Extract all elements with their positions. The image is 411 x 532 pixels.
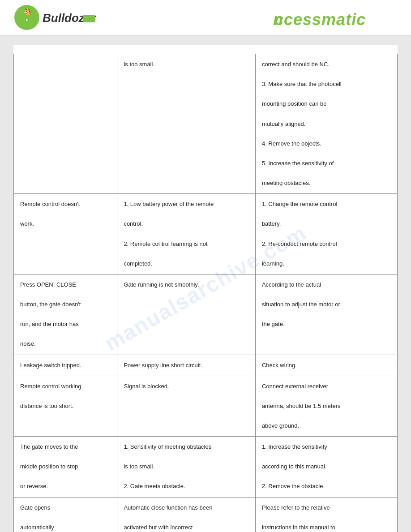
problem-cell — [14, 54, 117, 194]
cause-cell: Signal is blocked. — [117, 376, 256, 436]
page-content: manualsarchive.com is too small. correct… — [13, 45, 398, 532]
solution-cell: 1. Increase the sensitivity according to… — [255, 437, 397, 497]
solution-cell: correct and should be NC. 3. Make sure t… — [255, 54, 397, 194]
header-left-logo: 🐴 ● Bulldozer — [13, 4, 96, 31]
solution-cell: According to the actual situation to adj… — [255, 274, 397, 355]
troubleshooting-table: is too small. correct and should be NC. … — [13, 54, 398, 532]
problem-cell: Remote control doesn't work. — [14, 194, 117, 275]
cause-cell: Automatic close function has been activa… — [117, 497, 256, 532]
accessmatic-logo: ccessmatic n — [272, 5, 398, 30]
header-right-logo: ccessmatic n — [272, 5, 398, 30]
problem-cell: Press OPEN, CLOSE button, the gate doesn… — [14, 274, 117, 355]
cause-cell: Gate running is not smoothly. — [117, 274, 256, 355]
table-row: is too small. correct and should be NC. … — [14, 54, 398, 194]
table-row: Remote control working distance is too s… — [14, 376, 398, 436]
solution-cell: 1. Change the remote control battery. 2.… — [255, 194, 397, 275]
svg-rect-4 — [83, 15, 95, 22]
problem-cell: The gate moves to the middle position to… — [14, 437, 117, 497]
svg-text:n: n — [273, 10, 283, 29]
problem-cell: Leakage switch tripped. — [14, 355, 117, 376]
svg-text:●: ● — [26, 18, 28, 22]
bulldozer-logo: 🐴 ● Bulldozer — [13, 4, 96, 31]
table-row: Leakage switch tripped. Power supply lin… — [14, 355, 398, 376]
solution-cell: Check wiring. — [255, 355, 397, 376]
table-row: Press OPEN, CLOSE button, the gate doesn… — [14, 274, 398, 355]
cause-cell: Power supply line short circuit. — [117, 355, 256, 376]
table-row: Gate opens automatically Automatic close… — [14, 497, 398, 532]
cause-cell: 1. Low battery power of the remote contr… — [117, 194, 256, 275]
problem-cell: Gate opens automatically — [14, 497, 117, 532]
svg-text:🐴: 🐴 — [23, 8, 31, 16]
table-row: The gate moves to the middle position to… — [14, 437, 398, 497]
solution-cell: Please refer to the relative instruction… — [255, 497, 397, 532]
cause-cell: is too small. — [117, 54, 256, 194]
svg-text:ccessmatic: ccessmatic — [274, 10, 366, 29]
problem-cell: Remote control working distance is too s… — [14, 376, 117, 436]
cause-cell: 1. Sensitivity of meeting obstacles is t… — [117, 437, 256, 497]
table-row: Remote control doesn't work. 1. Low batt… — [14, 194, 398, 275]
page-header: 🐴 ● Bulldozer ccessmatic n — [0, 0, 411, 36]
solution-cell: Connect external receiver antenna, shoul… — [255, 376, 397, 436]
